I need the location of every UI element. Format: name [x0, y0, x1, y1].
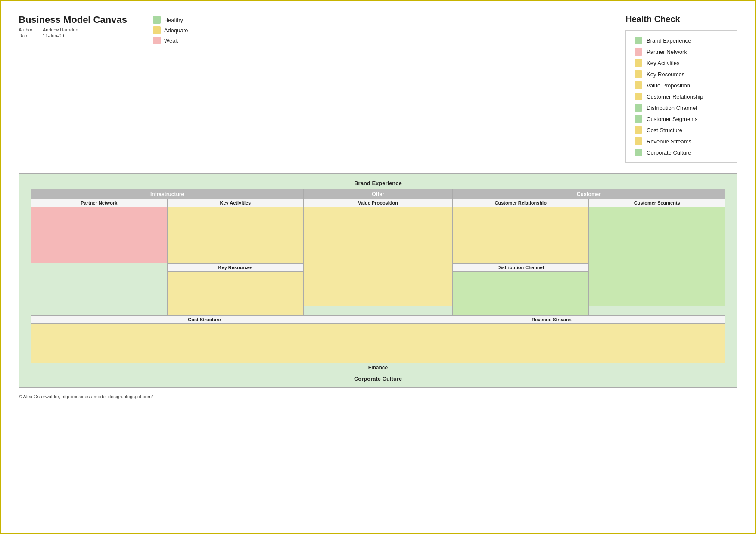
meta-info: Author Andrew Harnden Date 11-Jun-09: [19, 27, 127, 38]
key-activities-header: Key Activities: [168, 199, 304, 207]
health-check-block: Health Check Brand Experience Partner Ne…: [625, 14, 737, 163]
cost-structure-body: [31, 324, 378, 363]
value-proposition-header: Value Proposition: [304, 199, 452, 207]
finance-blocks: Cost Structure Revenue Streams: [31, 316, 725, 363]
key-resources-header: Key Resources: [168, 264, 304, 272]
author-label: Author: [19, 27, 40, 32]
health-corporate-culture: Corporate Culture: [635, 149, 728, 156]
infrastructure-cells: Partner Network Key Activities Key Resou…: [31, 199, 303, 315]
customer-block: Customer Customer Relationship Distribut…: [453, 189, 725, 315]
health-revenue-streams: Revenue Streams: [635, 137, 728, 145]
corporate-culture-dot: [635, 149, 642, 156]
healthy-dot: [153, 16, 161, 24]
footer: © Alex Osterwalder, http://business-mode…: [19, 394, 737, 399]
health-corporate-culture-label: Corporate Culture: [647, 149, 691, 156]
customer-segments-dot: [635, 115, 642, 123]
weak-label: Weak: [164, 37, 178, 44]
infrastructure-block: Infrastructure Partner Network Key Activ…: [31, 189, 304, 315]
distribution-channel-cell: Distribution Channel: [453, 263, 589, 315]
health-customer-segments-label: Customer Segments: [647, 116, 698, 122]
date-label: Date: [19, 33, 40, 38]
date-value: 11-Jun-09: [43, 33, 127, 38]
partner-network-cell: Partner Network: [31, 199, 168, 315]
customer-header: Customer: [453, 189, 725, 199]
corporate-culture-label: Corporate Culture: [354, 376, 402, 382]
page-title: Business Model Canvas: [19, 14, 127, 25]
health-customer-segments: Customer Segments: [635, 115, 728, 123]
health-brand-experience: Brand Experience: [635, 37, 728, 44]
brand-experience-dot: [635, 37, 642, 44]
health-check-list: Brand Experience Partner Network Key Act…: [625, 30, 737, 163]
legend-adequate: Adequate: [153, 26, 188, 34]
customer-cells: Customer Relationship Distribution Chann…: [453, 199, 725, 315]
cost-structure-header: Cost Structure: [31, 316, 378, 324]
weak-dot: [153, 37, 161, 44]
customer-relationship-dot: [635, 93, 642, 100]
cost-structure-block: Cost Structure: [31, 316, 378, 363]
value-proposition-body: [304, 207, 452, 306]
customer-segments-header: Customer Segments: [589, 199, 725, 207]
healthy-label: Healthy: [164, 17, 183, 23]
health-cost-structure: Cost Structure: [635, 126, 728, 134]
infrastructure-header: Infrastructure: [31, 189, 303, 199]
finance-row: Cost Structure Revenue Streams Finance: [31, 315, 725, 373]
health-brand-experience-label: Brand Experience: [647, 37, 691, 44]
brand-experience-row: Brand Experience: [23, 177, 733, 189]
distribution-channel-dot: [635, 104, 642, 112]
health-key-activities-label: Key Activities: [647, 60, 680, 66]
brand-experience-label: Brand Experience: [354, 180, 402, 186]
customer-relationship-body: [453, 207, 589, 263]
key-activities-body: [168, 207, 304, 263]
key-activities-col: Key Activities Key Resources: [168, 199, 304, 315]
customer-relationship-cell: Customer Relationship: [453, 199, 589, 263]
key-activities-cell: Key Activities: [168, 199, 304, 264]
partner-network-dot: [635, 48, 642, 56]
main-grid: Infrastructure Partner Network Key Activ…: [23, 189, 733, 373]
right-tab: [725, 189, 733, 373]
legend: Healthy Adequate Weak: [153, 16, 188, 44]
health-cost-structure-label: Cost Structure: [647, 127, 682, 134]
health-partner-network-label: Partner Network: [647, 49, 687, 55]
top-blocks: Infrastructure Partner Network Key Activ…: [31, 189, 725, 315]
value-proposition-dot: [635, 81, 642, 89]
health-value-proposition-label: Value Proposition: [647, 82, 690, 89]
health-value-proposition: Value Proposition: [635, 81, 728, 89]
key-resources-body: [168, 272, 304, 315]
revenue-streams-block: Revenue Streams: [378, 316, 725, 363]
value-prop-cell: Value Proposition: [304, 199, 452, 306]
key-activities-dot: [635, 59, 642, 67]
customer-rel-col: Customer Relationship Distribution Chann…: [453, 199, 589, 315]
distribution-channel-body: [453, 272, 589, 315]
health-customer-relationship: Customer Relationship: [635, 93, 728, 100]
partner-network-body: [31, 207, 167, 263]
top-section: Business Model Canvas Author Andrew Harn…: [19, 14, 737, 163]
author-value: Andrew Harnden: [43, 27, 127, 32]
inner-content: Infrastructure Partner Network Key Activ…: [31, 189, 725, 373]
offer-header: Offer: [304, 189, 452, 199]
finance-label: Finance: [31, 363, 725, 373]
legend-healthy: Healthy: [153, 16, 188, 24]
health-customer-relationship-label: Customer Relationship: [647, 93, 703, 100]
revenue-streams-header: Revenue Streams: [378, 316, 725, 324]
adequate-label: Adequate: [164, 27, 188, 34]
health-key-activities: Key Activities: [635, 59, 728, 67]
cost-structure-dot: [635, 126, 642, 134]
key-resources-dot: [635, 70, 642, 78]
partner-network-header: Partner Network: [31, 199, 167, 207]
health-revenue-streams-label: Revenue Streams: [647, 138, 691, 145]
customer-relationship-header: Customer Relationship: [453, 199, 589, 207]
left-tab: [23, 189, 31, 373]
offer-block: Offer Value Proposition: [304, 189, 453, 315]
health-check-title: Health Check: [625, 14, 737, 24]
health-partner-network: Partner Network: [635, 48, 728, 56]
customer-segments-col: Customer Segments: [589, 199, 725, 315]
health-key-resources-label: Key Resources: [647, 71, 684, 78]
distribution-channel-header: Distribution Channel: [453, 264, 589, 272]
canvas-wrapper: Brand Experience Infrastructure Partner …: [19, 173, 737, 388]
corporate-culture-row: Corporate Culture: [23, 373, 733, 384]
revenue-streams-dot: [635, 137, 642, 145]
health-distribution-channel: Distribution Channel: [635, 104, 728, 112]
legend-weak: Weak: [153, 37, 188, 44]
key-resources-cell: Key Resources: [168, 264, 304, 315]
revenue-streams-body: [378, 324, 725, 363]
